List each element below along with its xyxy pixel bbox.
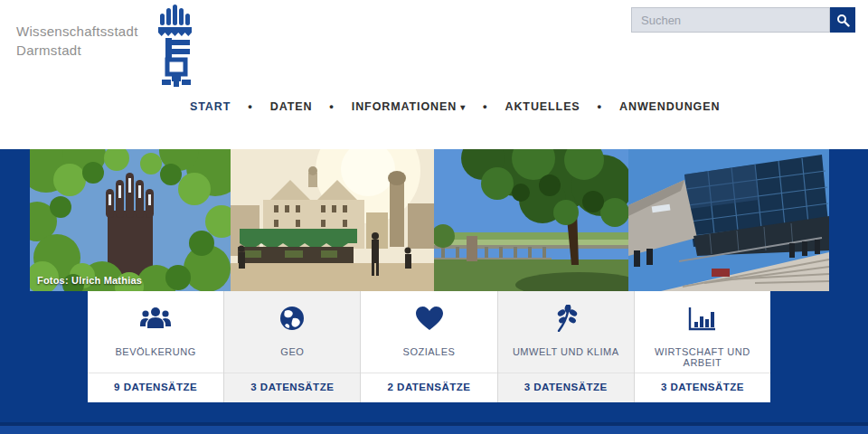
park-tree-photo bbox=[434, 149, 628, 291]
nav-item-informationen-label: INFORMATIONEN bbox=[352, 100, 457, 113]
search-input[interactable] bbox=[631, 7, 830, 33]
category-card-geo[interactable]: GEO 3 DATENSÄTZE bbox=[224, 291, 361, 402]
wedding-tower-photo: Fotos: Ulrich Mathias bbox=[30, 149, 231, 291]
nav-separator: • bbox=[483, 99, 487, 113]
brand-line2: Darmstadt bbox=[16, 41, 138, 60]
bar-chart-icon bbox=[688, 304, 717, 333]
category-card-umwelt-und-klima[interactable]: UMWELT UND KLIMA 3 DATENSÄTZE bbox=[498, 291, 635, 402]
nav-item-anwendungen[interactable]: ANWENDUNGEN bbox=[619, 100, 720, 113]
magnifier-icon bbox=[836, 14, 850, 27]
heart-icon bbox=[416, 304, 443, 333]
brand-line1: Wissenschaftsstadt bbox=[16, 22, 138, 41]
market-square-photo bbox=[231, 149, 434, 291]
category-card-soziales[interactable]: SOZIALES 2 DATENSÄTZE bbox=[361, 291, 497, 402]
nav-item-start[interactable]: START bbox=[190, 100, 231, 113]
footer-top-band bbox=[0, 425, 868, 434]
category-label: SOZIALES bbox=[400, 346, 459, 357]
photo-credit-caption: Fotos: Ulrich Mathias bbox=[37, 275, 142, 286]
category-label: UMWELT UND KLIMA bbox=[509, 346, 623, 357]
nav-separator: • bbox=[329, 99, 334, 113]
category-card-bevoelkerung[interactable]: BEVÖLKERUNG 9 DATENSÄTZE bbox=[88, 291, 224, 402]
category-dataset-count: 9 DATENSÄTZE bbox=[88, 373, 223, 402]
category-dataset-count: 3 DATENSÄTZE bbox=[498, 373, 634, 402]
nav-separator: • bbox=[248, 99, 252, 113]
darmstadtium-photo bbox=[628, 149, 829, 291]
nav-item-aktuelles[interactable]: AKTUELLES bbox=[505, 100, 580, 113]
hochzeitsturm-tower-icon bbox=[154, 4, 195, 87]
category-label: WIRTSCHAFT UND ARBEIT bbox=[635, 346, 770, 368]
site-logo[interactable]: Wissenschaftsstadt Darmstadt bbox=[16, 22, 138, 60]
main-navigation: START • DATEN • INFORMATIONEN ▾ • AKTUEL… bbox=[190, 99, 720, 113]
photo-banner: Fotos: Ulrich Mathias bbox=[30, 149, 829, 291]
chevron-down-icon: ▾ bbox=[460, 102, 466, 112]
category-card-wirtschaft-und-arbeit[interactable]: WIRTSCHAFT UND ARBEIT 3 DATENSÄTZE bbox=[635, 291, 770, 402]
category-dataset-count: 2 DATENSÄTZE bbox=[361, 373, 496, 402]
nav-item-informationen[interactable]: INFORMATIONEN ▾ bbox=[352, 100, 466, 113]
category-cards-row: BEVÖLKERUNG 9 DATENSÄTZE GEO 3 DATENSÄTZ… bbox=[88, 291, 770, 402]
nav-separator: • bbox=[598, 99, 602, 113]
globe-icon bbox=[279, 304, 305, 333]
search-button[interactable] bbox=[830, 7, 855, 33]
open-data-portal-page: Wissenschaftsstadt Darmstadt bbox=[0, 0, 868, 434]
leaf-icon bbox=[553, 304, 579, 333]
search-bar bbox=[631, 7, 855, 33]
category-dataset-count: 3 DATENSÄTZE bbox=[224, 373, 360, 402]
category-label: GEO bbox=[277, 346, 307, 357]
brand-text: Wissenschaftsstadt Darmstadt bbox=[16, 22, 138, 60]
category-dataset-count: 3 DATENSÄTZE bbox=[635, 373, 770, 402]
people-icon bbox=[140, 304, 171, 333]
nav-item-daten[interactable]: DATEN bbox=[270, 100, 313, 113]
category-label: BEVÖLKERUNG bbox=[111, 346, 199, 357]
